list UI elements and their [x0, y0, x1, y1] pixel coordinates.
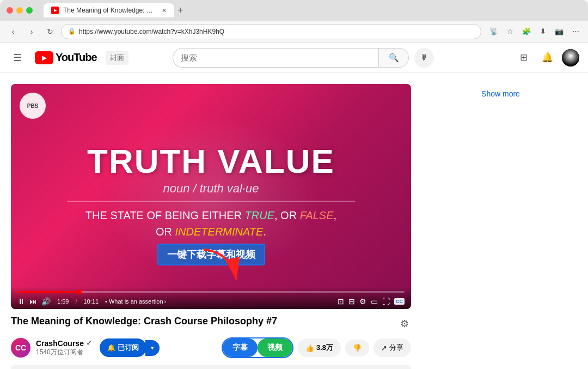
right-controls: ⊡ ⊟ ⚙ ▭ ⛶ CC — [338, 297, 405, 306]
youtube-header: ☰ YouTube 封面 🔍 🎙 ⊞ 🔔 — [0, 43, 588, 73]
address-bar-row: ‹ › ↻ 🔒 https://www.youtube.com/watch?v=… — [0, 21, 588, 43]
next-button[interactable]: ⏭ — [29, 297, 37, 306]
header-actions: ⊞ 🔔 — [514, 48, 579, 68]
definition-false: FALSE — [300, 209, 334, 221]
extension-icon-3[interactable]: 📷 — [552, 25, 566, 39]
current-time: 1:59 — [57, 298, 69, 305]
channel-name-row: CrashCourse ✓ — [36, 339, 92, 348]
channel-row: CC CrashCourse ✓ 1540万位订阅者 🔔 已订阅 — [11, 337, 411, 358]
subscribe-button[interactable]: 🔔 已订阅 — [100, 338, 146, 357]
new-tab-button[interactable]: + — [177, 5, 183, 16]
video-definition: THE STATE OF BEING EITHER TRUE, OR FALSE… — [31, 207, 391, 239]
show-more-button[interactable]: Show more — [424, 84, 577, 104]
share-button[interactable]: ↗ 分享 — [373, 338, 411, 357]
youtube-logo-link[interactable]: YouTube — [35, 51, 97, 64]
chapter-arrow-icon: › — [164, 298, 167, 305]
video-content: TRUTH VALUE noun / truth val·ue THE STAT… — [31, 144, 391, 239]
arrow-icon — [198, 247, 242, 291]
create-video-button[interactable]: ⊞ — [514, 48, 534, 68]
video-title: The Meaning of Knowledge: Crash Course P… — [11, 316, 398, 327]
browser-window: The Meaning of Knowledge: Cr... ✕ + ‹ › … — [0, 0, 588, 369]
tab-close-button[interactable]: ✕ — [162, 7, 167, 14]
nav-label[interactable]: 封面 — [106, 51, 128, 65]
youtube-logo-icon — [35, 51, 53, 64]
subscribe-group: 🔔 已订阅 ▾ — [97, 338, 160, 357]
action-buttons-row: 字幕 视频 👍 3.8万 👎 ↗ — [222, 337, 411, 358]
voice-search-button[interactable]: 🎙 — [414, 48, 434, 68]
download-buttons-group: 字幕 视频 — [222, 337, 293, 358]
download-subtitle-button[interactable]: 字幕 — [223, 338, 258, 357]
pbs-logo: PBS — [20, 93, 46, 119]
progress-fill — [17, 291, 79, 293]
chapter-text: • What is an assertion — [105, 298, 163, 305]
like-count: 3.8万 — [316, 343, 333, 353]
video-settings-icon[interactable]: ⚙ — [398, 316, 411, 332]
url-text: https://www.youtube.com/watch?v=kXhJ3hHK… — [79, 28, 474, 35]
definition-ind: INDETERMINATE — [175, 225, 264, 237]
main-content: PBS TRUTH VALUE noun / truth val·ue THE … — [0, 73, 588, 369]
lock-icon: 🔒 — [68, 28, 76, 35]
like-button[interactable]: 👍 3.8万 — [298, 338, 341, 357]
more-tools-button[interactable]: ⋯ — [568, 25, 583, 39]
youtube-logo-text: YouTube — [56, 51, 97, 64]
miniplayer-button[interactable]: ⊡ — [338, 297, 344, 306]
definition-text-4: . — [263, 225, 266, 237]
cast-icon[interactable]: 📡 — [487, 25, 501, 39]
traffic-lights — [7, 7, 33, 14]
subscribe-dropdown-button[interactable]: ▾ — [145, 340, 160, 356]
video-phonetic: noun / truth val·ue — [31, 181, 391, 195]
arrow-overlay — [198, 247, 242, 293]
video-info-header: The Meaning of Knowledge: Crash Course P… — [11, 316, 411, 332]
volume-button[interactable]: 🔊 — [41, 297, 51, 306]
extension-icon-2[interactable]: ⬇ — [536, 25, 550, 39]
chapter-label: • What is an assertion › — [105, 298, 166, 305]
settings-button[interactable]: ⚙ — [359, 297, 366, 306]
total-time: 10:11 — [83, 298, 99, 305]
address-bar[interactable]: 🔒 https://www.youtube.com/watch?v=kXhJ3h… — [61, 24, 481, 39]
extension-icon-1[interactable]: 🧩 — [519, 25, 534, 39]
close-traffic-light[interactable] — [7, 7, 13, 14]
dislike-button[interactable]: 👎 — [345, 340, 369, 356]
subscribe-label: 已订阅 — [118, 343, 139, 353]
cc-badge: CC — [394, 298, 405, 305]
hamburger-menu-button[interactable]: ☰ — [9, 47, 26, 68]
definition-text-1: THE STATE OF BEING EITHER — [85, 209, 245, 221]
back-button[interactable]: ‹ — [5, 24, 21, 39]
subtitles-button[interactable]: ⊟ — [348, 297, 355, 306]
video-player[interactable]: PBS TRUTH VALUE noun / truth val·ue THE … — [11, 84, 411, 309]
video-info: The Meaning of Knowledge: Crash Course P… — [11, 316, 411, 369]
tab-favicon — [51, 7, 59, 14]
maximize-traffic-light[interactable] — [26, 7, 33, 14]
bookmark-icon[interactable]: ☆ — [503, 25, 517, 39]
search-button[interactable]: 🔍 — [378, 48, 409, 68]
search-input[interactable] — [173, 48, 378, 68]
definition-text-2: , OR — [274, 209, 300, 221]
browser-titlebar: The Meaning of Knowledge: Cr... ✕ + — [0, 0, 588, 21]
browser-toolbar-icons: 📡 ☆ 🧩 ⬇ 📷 ⋯ — [487, 25, 583, 39]
time-separator: / — [75, 298, 77, 305]
notifications-button[interactable]: 🔔 — [538, 48, 558, 68]
active-tab[interactable]: The Meaning of Knowledge: Cr... ✕ — [44, 3, 174, 17]
fullscreen-button[interactable]: ⛶ — [382, 297, 390, 306]
theater-button[interactable]: ▭ — [371, 297, 378, 306]
subscribe-bell-icon: 🔔 — [107, 344, 115, 352]
user-avatar[interactable] — [562, 49, 579, 66]
minimize-traffic-light[interactable] — [16, 7, 23, 14]
dislike-icon: 👎 — [353, 344, 362, 352]
share-icon: ↗ — [381, 344, 387, 352]
channel-avatar[interactable]: CC — [11, 338, 30, 358]
controls-row: ⏸ ⏭ 🔊 1:59 / 10:11 • What is an assertio… — [17, 297, 405, 306]
sidebar: Show more — [424, 84, 577, 369]
tab-bar: The Meaning of Knowledge: Cr... ✕ + — [44, 3, 581, 17]
share-label: 分享 — [389, 343, 403, 353]
play-pause-button[interactable]: ⏸ — [17, 297, 25, 306]
channel-subscribers: 1540万位订阅者 — [36, 348, 92, 357]
refresh-button[interactable]: ↻ — [42, 24, 58, 39]
download-video-button[interactable]: 视频 — [258, 338, 292, 357]
forward-button[interactable]: › — [24, 24, 39, 39]
definition-true: TRUE — [245, 209, 274, 221]
video-description: 2,427,298次观看 2016年3月22日 Philosophy On to… — [11, 365, 411, 369]
channel-name-text[interactable]: CrashCourse — [36, 339, 84, 348]
channel-info: CrashCourse ✓ 1540万位订阅者 — [36, 339, 92, 357]
video-divider — [67, 201, 355, 201]
